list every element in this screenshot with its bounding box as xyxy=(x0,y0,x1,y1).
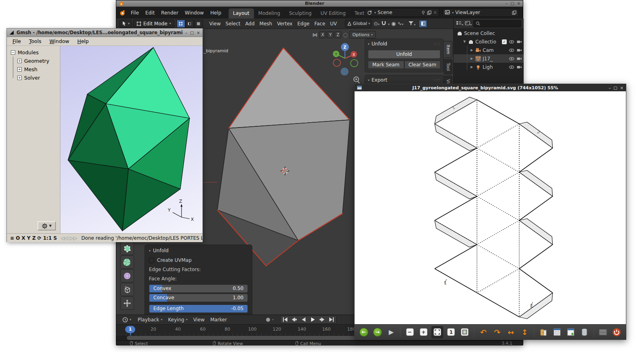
gizmo-minus-y-axis[interactable] xyxy=(351,60,358,67)
workspace-tab-uv-editing[interactable]: UV Editing xyxy=(316,8,350,19)
disable-render-icon[interactable] xyxy=(516,56,522,62)
close-icon[interactable]: × xyxy=(517,1,520,6)
slider-concave[interactable]: Concave1.00 xyxy=(149,294,248,302)
proportional-editing-button[interactable]: ◉ xyxy=(391,21,396,27)
disclosure-icon[interactable]: ▶ xyxy=(470,65,474,69)
unwrap-tool-button[interactable] xyxy=(120,242,134,255)
viewport-menu-face[interactable]: Face xyxy=(312,20,328,27)
rotate-right-button[interactable]: ↷ xyxy=(491,326,503,338)
mirror-axis-z[interactable]: Z xyxy=(334,31,341,38)
viewlayer-name[interactable]: ViewLayer xyxy=(455,10,510,15)
disable-render-icon[interactable] xyxy=(516,39,522,45)
next-image-button[interactable]: → xyxy=(372,326,383,338)
collapse-icon[interactable]: ▾ xyxy=(149,249,151,253)
transform-tool-button[interactable] xyxy=(120,296,134,310)
zoom-in-button[interactable]: + xyxy=(418,326,429,338)
collapse-icon[interactable]: ▾ xyxy=(368,78,369,82)
gmsh-viewport[interactable]: Z Y X xyxy=(60,46,202,233)
fit-to-window-button[interactable] xyxy=(431,326,443,338)
panel-grip-icon[interactable]: :::: xyxy=(434,42,440,46)
slider-convex[interactable]: Convex0.50 xyxy=(149,284,248,293)
sidebar-tab-tool[interactable]: Tool xyxy=(444,59,452,74)
viewport-menu-view[interactable]: View xyxy=(207,20,223,27)
transform-orientation-dropdown[interactable]: Global ▾ xyxy=(345,20,372,28)
expand-box-icon[interactable]: + xyxy=(17,67,22,72)
scene-selector[interactable]: ▾ Scene × xyxy=(365,8,440,17)
timeline-menu-marker[interactable]: Marker xyxy=(207,316,229,323)
viewport-menu-select[interactable]: Select xyxy=(223,20,243,27)
menu-edit[interactable]: Edit xyxy=(142,9,158,17)
disclosure-icon[interactable]: ▶ xyxy=(470,57,474,60)
delete-button[interactable] xyxy=(579,326,590,338)
flip-horizontal-button[interactable]: ↔ xyxy=(505,326,517,338)
outliner-item-label[interactable]: Cam xyxy=(483,47,507,53)
play-button[interactable] xyxy=(308,316,318,323)
outliner-display-mode-dropdown[interactable]: ▾ xyxy=(456,20,463,27)
cube-add-tool-button[interactable]: + xyxy=(120,283,134,296)
clear-seam-button[interactable]: Clear Seam xyxy=(405,61,441,69)
unlink-scene-icon[interactable]: × xyxy=(433,10,437,15)
minimize-icon[interactable]: – xyxy=(506,1,508,6)
tree-label[interactable]: Mesh xyxy=(24,66,37,72)
timeline-editor-type-dropdown[interactable]: ▾ xyxy=(120,316,134,323)
gmsh-status-tools[interactable]: ≡ O X Y Z ⟳ 1:1 S xyxy=(10,235,57,241)
open-file-button[interactable] xyxy=(537,326,549,338)
new-viewlayer-icon[interactable] xyxy=(512,10,516,15)
outliner-row-j17-[interactable]: ▶J17_ xyxy=(454,54,524,63)
fullscreen-button[interactable] xyxy=(459,326,471,338)
active-tool-button[interactable]: ▾ xyxy=(120,20,132,28)
outliner-row-cam[interactable]: ▶Cam xyxy=(454,46,524,54)
new-scene-icon[interactable] xyxy=(427,10,431,15)
scene-name[interactable]: Scene xyxy=(378,10,419,15)
camera-view-button[interactable] xyxy=(341,68,349,76)
viewport-menu-vertex[interactable]: Vertex xyxy=(275,20,295,27)
outliner-item-label[interactable]: Ligh xyxy=(483,64,507,70)
mark-seam-button[interactable]: Mark Seam xyxy=(368,61,404,69)
mirror-axis-y[interactable]: Y xyxy=(327,31,334,38)
timeline-menu-playback[interactable]: Playback▾ xyxy=(135,316,165,323)
zoom-icon[interactable] xyxy=(354,77,359,83)
gmsh-menu-file[interactable]: File xyxy=(8,37,25,45)
play-reverse-button[interactable] xyxy=(299,316,308,323)
viewlayer-selector[interactable]: ▾ ViewLayer xyxy=(442,8,519,17)
viewport-menu-mesh[interactable]: Mesh xyxy=(257,20,275,27)
normal-size-button[interactable]: 1 xyxy=(445,326,457,338)
filter-dropdown[interactable]: ▾ xyxy=(408,20,415,27)
unfold-panel-title[interactable]: Unfold xyxy=(372,41,387,47)
viewport-menu-uv[interactable]: UV xyxy=(328,20,339,27)
gmsh-menu-help[interactable]: Help xyxy=(73,37,93,45)
edge-select-button[interactable] xyxy=(186,20,194,28)
previous-image-button[interactable]: ← xyxy=(358,326,369,338)
pin-icon[interactable] xyxy=(421,10,425,15)
timeline-menu-keying[interactable]: Keying▾ xyxy=(165,316,190,323)
menu-render[interactable]: Render xyxy=(158,9,182,17)
xray-toggle[interactable] xyxy=(419,20,427,28)
tree-label[interactable]: Solver xyxy=(24,75,40,81)
expand-box-icon[interactable]: + xyxy=(17,59,22,63)
hide-viewport-icon[interactable] xyxy=(509,39,514,45)
maximize-icon[interactable]: □ xyxy=(510,1,514,6)
maximize-icon[interactable]: □ xyxy=(190,31,194,35)
mode-dropdown[interactable]: Edit Mode ▾ xyxy=(133,20,174,28)
falloff-dropdown[interactable]: ∿▾ xyxy=(397,21,403,27)
flip-vertical-button[interactable]: ↕ xyxy=(519,326,530,338)
panel-grip-icon[interactable]: :::: xyxy=(434,78,440,82)
menu-window[interactable]: Window xyxy=(182,9,207,17)
unfold-button[interactable]: Unfold xyxy=(368,50,440,59)
slider-edge-length[interactable]: Edge Length-0.05 xyxy=(149,304,248,313)
previous-keyframe-button[interactable] xyxy=(290,316,299,323)
snap-target-dropdown[interactable]: ▾ xyxy=(388,21,390,27)
snap-magnet-icon[interactable] xyxy=(381,20,386,27)
zoom-out-button[interactable]: − xyxy=(404,326,415,338)
tree-item-mesh[interactable]: +Mesh xyxy=(7,65,60,74)
minimize-icon[interactable]: – xyxy=(609,86,611,90)
sphere-tool-button[interactable] xyxy=(120,269,134,282)
workspace-tab-layout[interactable]: Layout xyxy=(229,8,254,19)
rotate-left-button[interactable]: ↶ xyxy=(477,326,489,338)
operator-panel-title[interactable]: Unfold xyxy=(153,248,169,253)
vertex-select-button[interactable] xyxy=(177,20,185,28)
gizmo-minus-x-axis[interactable] xyxy=(333,59,341,66)
mirror-axis-x[interactable]: X xyxy=(319,31,326,38)
hide-viewport-icon[interactable] xyxy=(509,47,514,53)
outliner-item-label[interactable]: J17_ xyxy=(483,56,507,62)
